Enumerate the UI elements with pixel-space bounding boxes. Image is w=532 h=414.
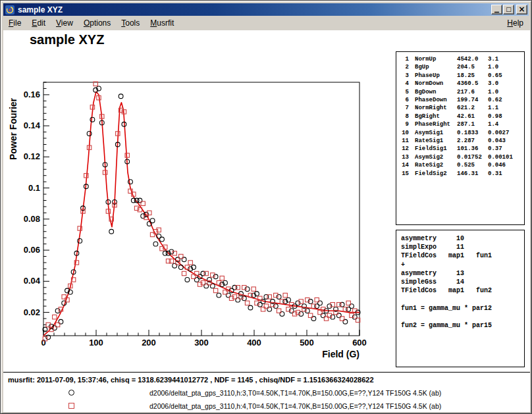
parameter-row-15: 15FieldSig2146.310.31 (400, 170, 524, 178)
parameter-row-3: 3PhaseUp18.250.65 (400, 72, 524, 80)
p-val: 0.01752 (457, 153, 488, 161)
p-err: 1.0 (488, 63, 524, 71)
maximize-icon: □ (506, 7, 512, 13)
app-window: sample XYZ ▁ □ × FileEditViewOptionsTool… (0, 0, 532, 414)
x-axis: 0100200300400500600Field (G) (41, 330, 366, 359)
fit-stats: musrfit: 2011-07-09, 15:37:46, chisq = 1… (8, 376, 374, 384)
parameter-row-12: 12FieldSig1101.360.37 (400, 145, 524, 153)
p-err: 3.1 (488, 55, 524, 63)
p-val: 287.1 (457, 120, 488, 128)
p-val: 217.6 (457, 88, 488, 96)
p-err: 0.046 (488, 161, 524, 169)
close-icon: × (518, 7, 525, 13)
p-name: BgDown (415, 88, 457, 96)
p-val: 18.25 (457, 72, 488, 80)
minimize-button[interactable]: ▁ (491, 5, 502, 14)
menu-tools[interactable]: Tools (116, 16, 145, 30)
svg-text:0.14: 0.14 (24, 120, 41, 130)
menu-musrfit[interactable]: Musrfit (145, 16, 179, 30)
p-name: RateSig1 (415, 137, 457, 145)
p-name: PhaseUp (415, 72, 457, 80)
theory-line: + (401, 261, 524, 269)
p-name: RateSig2 (415, 161, 457, 169)
svg-text:500: 500 (300, 338, 314, 348)
p-err: 3.0 (488, 80, 524, 88)
parameter-row-11: 11RateSig12.2870.043 (400, 137, 524, 145)
p-no: 9 (400, 120, 409, 128)
parameter-row-8: 8BgRight42.610.98 (400, 113, 524, 120)
p-name: NormDown (415, 80, 457, 88)
menu-items-right: Help (502, 18, 529, 28)
p-name: FieldSig1 (415, 145, 457, 153)
svg-text:400: 400 (247, 338, 261, 348)
p-err: 0.00101 (488, 153, 524, 161)
menu-edit[interactable]: Edit (26, 16, 51, 30)
square-marker-icon (68, 403, 74, 409)
legend-entry: d2006/deltat_pta_gps_3110,h:3,T0=4.50K,T… (3, 388, 530, 399)
theory-line: TFieldCos map1 fun2 (401, 286, 524, 295)
parameter-row-10: 10AsymSig10.18330.0027 (400, 129, 524, 137)
svg-text:0.1: 0.1 (28, 183, 40, 193)
svg-text:0.04: 0.04 (24, 276, 41, 286)
p-err: 1.4 (488, 120, 524, 128)
theory-line: fun1 = gamma_mu * par12 (401, 304, 524, 313)
theory-line: simpleGss 14 (401, 278, 524, 286)
p-err: 0.65 (488, 72, 524, 80)
parameter-row-1: 1NormUp4542.03.1 (400, 55, 524, 63)
svg-text:0.06: 0.06 (24, 245, 40, 255)
circle-marker-icon (68, 390, 74, 396)
p-no: 2 (400, 63, 409, 71)
theory-line (401, 313, 524, 321)
p-val: 0.1833 (457, 129, 488, 137)
maximize-button[interactable]: □ (503, 5, 514, 14)
legend-entry: d2006/deltat_pta_gps_3110,h:4,T0=4.50K,T… (3, 401, 530, 412)
p-no: 11 (400, 137, 409, 145)
theory-line: TFieldCos map1 fun1 (401, 251, 524, 260)
p-name: PhaseRight (415, 120, 457, 128)
p-name: FieldSig2 (415, 170, 457, 178)
window-title: sample XYZ (18, 5, 491, 14)
p-name: PhaseDown (415, 96, 457, 104)
theory-line: fun2 = gamma_mu * par15 (401, 321, 524, 330)
root-canvas[interactable]: sample XYZ 0100200300400500600Field (G)0… (3, 30, 530, 412)
p-name: AsymSig1 (415, 129, 457, 137)
p-no: 8 (400, 113, 409, 120)
svg-text:0.02: 0.02 (24, 307, 40, 317)
svg-text:0.08: 0.08 (24, 214, 40, 224)
menu-help[interactable]: Help (502, 16, 529, 30)
p-name: BgRight (415, 113, 457, 120)
chart-svg[interactable]: 0100200300400500600Field (G)0.020.040.06… (3, 30, 398, 373)
menu-options[interactable]: Options (78, 16, 116, 30)
theory-line: asymmetry 13 (401, 269, 524, 278)
p-val: 42.61 (457, 113, 488, 120)
close-button[interactable]: × (516, 5, 527, 14)
app-icon[interactable] (5, 5, 14, 14)
p-name: NormUp (415, 55, 457, 63)
svg-text:600: 600 (352, 338, 367, 348)
menu-file[interactable]: File (3, 16, 26, 30)
p-no: 14 (400, 161, 409, 169)
p-no: 15 (400, 170, 409, 178)
menubar: FileEditViewOptionsToolsMusrfit Help (3, 16, 529, 30)
p-val: 101.36 (457, 145, 488, 153)
titlebar[interactable]: sample XYZ ▁ □ × (3, 3, 529, 16)
titlebar-buttons: ▁ □ × (491, 5, 527, 14)
parameter-row-5: 5BgDown217.61.0 (400, 88, 524, 96)
p-no: 1 (400, 55, 409, 63)
menu-view[interactable]: View (51, 16, 78, 30)
p-no: 4 (400, 80, 409, 88)
p-err: 1.0 (488, 88, 524, 96)
series-1-markers (43, 86, 360, 340)
menu-items-left: FileEditViewOptionsToolsMusrfit (3, 16, 179, 30)
theory-line: asymmetry 10 (401, 234, 524, 243)
legend-label: d2006/deltat_pta_gps_3110,h:3,T0=4.50K,T… (149, 389, 441, 397)
parameter-box: 1NormUp4542.03.12BgUp204.51.03PhaseUp18.… (396, 51, 525, 225)
p-err: 0.31 (488, 170, 524, 178)
theory-line: simplExpo 11 (401, 243, 524, 251)
p-err: 0.043 (488, 137, 524, 145)
theory-line (401, 295, 524, 303)
footer: musrfit: 2011-07-09, 15:37:46, chisq = 1… (3, 372, 530, 412)
p-err: 1.1 (488, 104, 524, 112)
svg-text:0.16: 0.16 (24, 90, 40, 99)
legend-label: d2006/deltat_pta_gps_3110,h:4,T0=4.50K,T… (149, 402, 441, 410)
